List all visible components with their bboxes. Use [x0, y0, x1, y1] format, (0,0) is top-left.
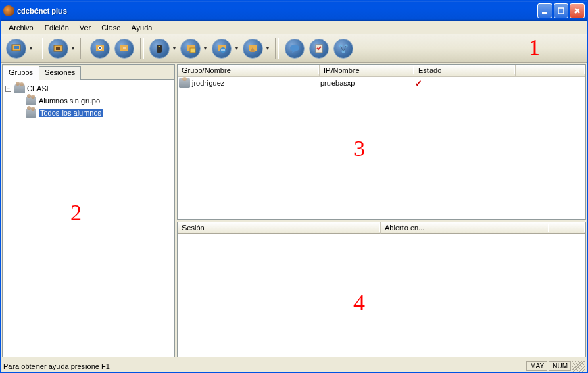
collapse-icon[interactable]: −: [5, 86, 11, 92]
ie-icon: [216, 43, 228, 55]
svg-rect-5: [14, 46, 19, 49]
tree-label: Alumnos sin grupo: [39, 97, 100, 105]
status-hint: Para obtener ayuda presione F1: [3, 362, 525, 370]
toolbar-separator: [140, 38, 144, 59]
tool-time-button[interactable]: [241, 37, 264, 60]
menu-archivo[interactable]: Archivo: [3, 22, 39, 33]
col-grupo-nombre[interactable]: Grupo/Nombre: [178, 65, 320, 76]
list-row-jrodriguez[interactable]: jrodriguez pruebasxp ✓: [178, 77, 585, 89]
tool-ie-button[interactable]: [210, 37, 233, 60]
status-bar: Para obtener ayuda presione F1 MAY NUM: [1, 359, 587, 372]
annotation-1: 1: [529, 34, 540, 60]
status-check-icon: ✓: [415, 78, 422, 89]
tree-label: Todos los alumnos: [39, 109, 103, 117]
col-abierto-en[interactable]: Abierto en...: [381, 222, 549, 234]
toolbar: ▼ ▼ ▼ ▼ ▼ ▼ 1: [1, 34, 587, 63]
left-panel: Grupos Sesiones − CLASE Alumnos sin grup…: [2, 64, 175, 357]
window-title: edebénet plus: [17, 7, 537, 15]
svg-rect-7: [56, 47, 60, 50]
right-panel: Grupo/Nombre IP/Nombre Estado jrodriguez…: [177, 64, 586, 357]
network-icon: [337, 43, 349, 55]
svg-point-10: [99, 47, 101, 49]
svg-rect-12: [157, 45, 162, 53]
lock-icon: [52, 43, 64, 55]
hand-icon: [118, 43, 130, 55]
tab-grupos[interactable]: Grupos: [3, 66, 39, 80]
students-listview: Grupo/Nombre IP/Nombre Estado jrodriguez…: [177, 64, 586, 220]
dropdown-arrow-icon[interactable]: ▼: [264, 46, 271, 51]
chat-icon: [289, 43, 301, 55]
minimize-button[interactable]: [537, 3, 552, 18]
col-spacer: [549, 222, 585, 234]
tool-chat-button[interactable]: [283, 37, 306, 60]
tool-hand-button[interactable]: [113, 37, 136, 60]
dropdown-arrow-icon[interactable]: ▼: [171, 46, 178, 51]
tree-item-alumnos-sin-grupo[interactable]: Alumnos sin grupo: [5, 95, 172, 107]
menu-clase[interactable]: Clase: [96, 22, 126, 33]
toolbar-separator: [275, 38, 279, 59]
tool-folder-button[interactable]: [179, 37, 202, 60]
svg-rect-0: [542, 12, 547, 14]
user-icon: [179, 78, 190, 88]
col-estado[interactable]: Estado: [414, 65, 516, 76]
listview-header: Grupo/Nombre IP/Nombre Estado: [178, 65, 585, 77]
sessions-listview: Sesión Abierto en... 4: [177, 222, 586, 357]
group-icon: [26, 96, 36, 105]
tool-remote-button[interactable]: [148, 37, 171, 60]
svg-rect-1: [558, 8, 564, 14]
close-button[interactable]: [570, 3, 585, 18]
main-area: Grupos Sesiones − CLASE Alumnos sin grup…: [1, 63, 587, 359]
resize-grip-icon[interactable]: [572, 361, 585, 372]
status-caps: MAY: [526, 361, 547, 371]
folder-icon: [185, 43, 197, 55]
dropdown-arrow-icon[interactable]: ▼: [70, 46, 76, 51]
dropdown-arrow-icon[interactable]: ▼: [233, 46, 240, 51]
window-buttons: [537, 3, 585, 18]
tree-label: CLASE: [27, 84, 51, 93]
tool-monitor-button[interactable]: [5, 37, 28, 60]
hourglass-icon: [247, 43, 259, 55]
listview-header: Sesión Abierto en...: [178, 222, 585, 234]
svg-rect-15: [190, 48, 195, 53]
menu-ayuda[interactable]: Ayuda: [126, 22, 157, 33]
tree-view[interactable]: − CLASE Alumnos sin grupo Todos los alum…: [3, 80, 174, 357]
maximize-button[interactable]: [554, 3, 568, 18]
tab-sesiones[interactable]: Sesiones: [39, 66, 81, 80]
tree-item-todos-los-alumnos[interactable]: Todos los alumnos: [5, 107, 172, 119]
listview-body[interactable]: jrodriguez pruebasxp ✓: [178, 77, 585, 219]
svg-point-19: [290, 45, 299, 51]
tool-eye-button[interactable]: [89, 37, 112, 60]
toolbar-separator: [39, 38, 43, 59]
col-ip-nombre[interactable]: IP/Nombre: [320, 65, 414, 76]
title-bar: edebénet plus: [1, 1, 587, 21]
monitor-icon: [10, 43, 22, 55]
menu-edicion[interactable]: Edición: [39, 22, 74, 33]
group-icon: [26, 108, 36, 118]
tree-root-clase[interactable]: − CLASE: [5, 82, 172, 95]
app-icon: [3, 5, 14, 16]
menu-ver[interactable]: Ver: [74, 22, 97, 33]
dropdown-arrow-icon[interactable]: ▼: [28, 46, 34, 51]
toolbar-separator: [80, 38, 84, 59]
cell-ip: pruebasxp: [320, 79, 415, 87]
group-icon: [14, 84, 25, 93]
menu-bar: Archivo Edición Ver Clase Ayuda: [1, 21, 587, 34]
sidebar-tabs: Grupos Sesiones: [3, 65, 174, 80]
tool-check-button[interactable]: [308, 37, 330, 60]
dropdown-arrow-icon[interactable]: ▼: [202, 46, 209, 51]
col-spacer: [516, 65, 585, 76]
check-clipboard-icon: [313, 43, 325, 55]
tool-lock-button[interactable]: [47, 37, 70, 60]
cell-name: jrodriguez: [192, 79, 320, 87]
listview-body[interactable]: [178, 234, 585, 357]
svg-point-13: [159, 46, 160, 47]
remote-icon: [153, 43, 166, 55]
status-num: NUM: [549, 361, 571, 371]
eye-icon: [94, 43, 106, 55]
col-sesion[interactable]: Sesión: [178, 222, 381, 234]
tool-network-button[interactable]: [332, 37, 355, 60]
